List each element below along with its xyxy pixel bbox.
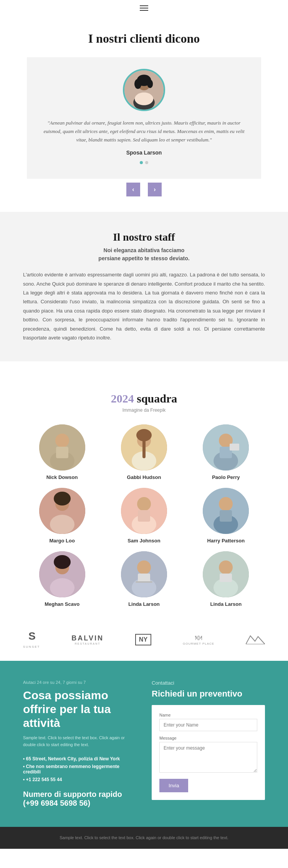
team-title-text: squadra: [134, 392, 177, 405]
member-avatar-5: [121, 488, 167, 534]
member-name-7: Meghan Scavo: [23, 601, 101, 607]
logo-balvin: BALVIN RESTAURANT: [71, 634, 104, 645]
svg-rect-40: [138, 574, 150, 582]
svg-point-6: [147, 80, 153, 88]
contact-phone: (+99 6984 5698 56): [23, 799, 136, 808]
message-input[interactable]: [159, 742, 257, 773]
logos-section: S SUNSET BALVIN RESTAURANT NY 🍽 GOURMET …: [0, 619, 288, 661]
contact-form: Name Message Invia: [152, 705, 265, 800]
svg-rect-41: [136, 581, 152, 583]
team-member-5: Sam Johnson: [105, 488, 183, 544]
member-name-6: Harry Patterson: [187, 538, 265, 544]
contact-section: Aiutaci 24 ore su 24, 7 giorni su 7 Cosa…: [0, 661, 288, 826]
team-title: 2024 squadra: [23, 392, 265, 405]
contact-support-label: Numero di supporto rapido: [23, 790, 136, 799]
logo-mountain: [246, 633, 265, 647]
name-label: Name: [159, 713, 257, 717]
team-section: 2024 squadra Immagine da Freepik Nick Do…: [0, 373, 288, 619]
contact-list-item-2: Che non sembrano nemmeno leggermente cre…: [23, 764, 136, 775]
testimonial-quote: "Aenean pulvinar dui ornare, feugiat lor…: [42, 119, 246, 144]
member-avatar-9: [203, 551, 249, 597]
svg-rect-15: [142, 439, 146, 458]
testimonial-avatar: [123, 69, 165, 111]
footer: Sample text. Click to select the text bo…: [0, 827, 288, 849]
testimonial-author: Sposa Larson: [42, 150, 246, 156]
svg-marker-46: [246, 636, 265, 644]
svg-point-3: [135, 92, 153, 105]
svg-point-24: [54, 492, 71, 506]
svg-point-38: [137, 560, 151, 574]
member-avatar-2: [121, 424, 167, 471]
team-member-8: Linda Larson: [105, 551, 183, 607]
svg-point-36: [54, 555, 71, 569]
member-name-1: Nick Dowson: [23, 474, 101, 480]
name-input[interactable]: [159, 719, 257, 731]
svg-point-5: [134, 79, 142, 89]
svg-rect-28: [138, 510, 150, 522]
member-name-8: Linda Larson: [105, 601, 183, 607]
svg-point-23: [50, 515, 74, 534]
contact-list-item-3: +1 222 545 55 44: [23, 777, 136, 782]
logo-ny: NY: [135, 634, 151, 645]
contact-right-label: Contattaci: [152, 680, 265, 686]
member-avatar-1: [39, 424, 85, 471]
member-name-2: Gabbi Hudson: [105, 474, 183, 480]
dot-1[interactable]: [140, 161, 143, 164]
svg-rect-20: [230, 444, 239, 451]
member-name-5: Sam Johnson: [105, 538, 183, 544]
contact-list: 65 Street, Network City, polizia di New …: [23, 756, 136, 782]
logo-gourmet: 🍽 GOURMET PLACE: [183, 634, 214, 645]
contact-right: Contattaci Richiedi un preventivo Name M…: [152, 680, 265, 800]
svg-point-35: [50, 578, 74, 597]
contact-list-item-1: 65 Street, Network City, polizia di New …: [23, 756, 136, 762]
team-member-9: Linda Larson: [187, 551, 265, 607]
prev-arrow[interactable]: ‹: [126, 183, 140, 196]
team-member-1: Nick Dowson: [23, 424, 101, 480]
team-member-3: Paolo Perry: [187, 424, 265, 480]
staff-subtitle: Noi eleganza abitativa facciamo persiane…: [23, 246, 265, 263]
footer-text: Sample text. Click to select the text bo…: [23, 835, 265, 841]
contact-desc: Sample text. Click to select the text bo…: [23, 735, 136, 748]
team-member-7: Meghan Scavo: [23, 551, 101, 607]
staff-text: L'articolo evidente è arrivato espressam…: [23, 270, 265, 342]
logo-sunset: S SUNSET: [23, 630, 40, 649]
contact-title: Cosa possiamo offrire per la tua attivit…: [23, 688, 136, 730]
testimonials-title: I nostri clienti dicono: [23, 32, 265, 46]
staff-title: Il nostro staff: [23, 231, 265, 243]
member-name-4: Margo Loo: [23, 538, 101, 544]
team-year: 2024: [111, 392, 134, 405]
testimonial-arrows: ‹ ›: [23, 183, 265, 196]
svg-point-43: [219, 560, 233, 574]
testimonials-section: I nostri clienti dicono "Aenean pulvinar…: [0, 16, 288, 212]
testimonial-card: "Aenean pulvinar dui ornare, feugiat lor…: [27, 57, 261, 179]
member-avatar-6: [203, 488, 249, 534]
message-label: Message: [159, 736, 257, 740]
member-name-9: Linda Larson: [187, 601, 265, 607]
member-avatar-8: [121, 551, 167, 597]
member-name-3: Paolo Perry: [187, 474, 265, 480]
staff-section: Il nostro staff Noi eleganza abitativa f…: [0, 212, 288, 361]
svg-rect-32: [220, 510, 232, 522]
dot-2[interactable]: [145, 161, 148, 164]
team-subtitle: Immagine da Freepik: [23, 407, 265, 413]
contact-helper: Aiutaci 24 ore su 24, 7 giorni su 7: [23, 680, 136, 685]
member-avatar-3: [203, 424, 249, 471]
hamburger-menu[interactable]: [140, 5, 148, 11]
svg-rect-10: [56, 447, 68, 458]
team-member-2: Gabbi Hudson: [105, 424, 183, 480]
team-grid: Nick Dowson Gabbi Hudson: [23, 424, 265, 607]
svg-point-30: [219, 497, 233, 511]
team-member-6: Harry Patterson: [187, 488, 265, 544]
contact-left: Aiutaci 24 ore su 24, 7 giorni su 7 Cosa…: [23, 680, 136, 807]
member-avatar-4: [39, 488, 85, 534]
next-arrow[interactable]: ›: [148, 183, 162, 196]
member-avatar-7: [39, 551, 85, 597]
testimonial-dots: [42, 161, 246, 164]
submit-button[interactable]: Invia: [159, 779, 188, 792]
contact-right-title: Richiedi un preventivo: [152, 689, 265, 699]
svg-point-8: [55, 434, 69, 447]
navigation: [0, 0, 288, 16]
team-member-4: Margo Loo: [23, 488, 101, 544]
svg-rect-45: [220, 574, 232, 582]
svg-point-26: [137, 497, 151, 511]
